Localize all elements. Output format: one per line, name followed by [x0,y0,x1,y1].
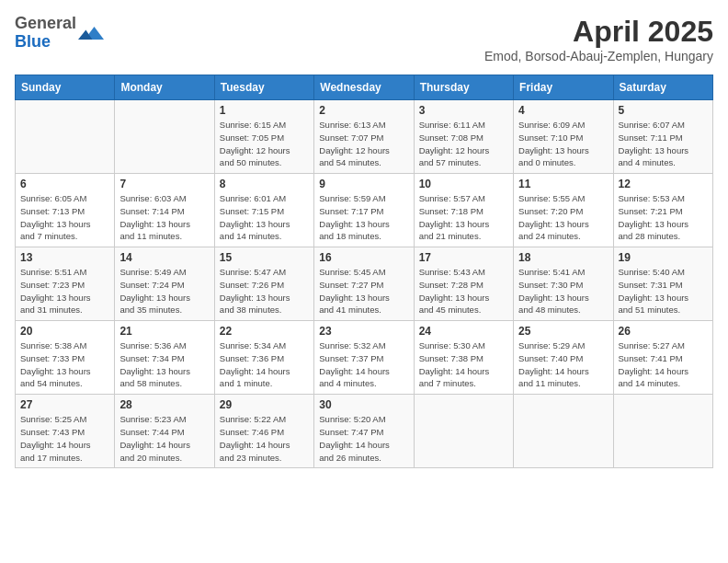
header-sunday: Sunday [16,75,115,100]
day-number: 28 [119,398,209,411]
day-number: 4 [518,104,608,117]
day-info: Sunrise: 5:23 AM Sunset: 7:44 PM Dayligh… [119,413,209,464]
calendar-week-row: 20Sunrise: 5:38 AM Sunset: 7:33 PM Dayli… [16,321,713,395]
day-number: 15 [220,251,309,264]
day-number: 16 [319,251,408,264]
calendar-week-row: 27Sunrise: 5:25 AM Sunset: 7:43 PM Dayli… [16,395,713,468]
calendar-week-row: 1Sunrise: 6:15 AM Sunset: 7:05 PM Daylig… [16,100,713,174]
day-number: 14 [119,251,209,264]
day-number: 6 [20,178,109,190]
location-subtitle: Emod, Borsod-Abauj-Zemplen, Hungary [484,49,713,63]
day-number: 21 [119,325,209,338]
calendar-cell [514,395,613,468]
day-info: Sunrise: 5:49 AM Sunset: 7:24 PM Dayligh… [119,266,209,316]
calendar-cell: 4Sunrise: 6:09 AM Sunset: 7:10 PM Daylig… [514,100,613,174]
day-number: 23 [319,325,408,338]
logo-icon [78,20,104,46]
header-friday: Friday [514,75,613,100]
day-number: 7 [119,178,209,190]
day-info: Sunrise: 5:34 AM Sunset: 7:36 PM Dayligh… [220,339,309,390]
calendar-cell: 7Sunrise: 6:03 AM Sunset: 7:14 PM Daylig… [115,174,214,247]
day-info: Sunrise: 5:36 AM Sunset: 7:34 PM Dayligh… [119,339,209,390]
day-info: Sunrise: 5:45 AM Sunset: 7:27 PM Dayligh… [319,266,408,316]
calendar-cell: 13Sunrise: 5:51 AM Sunset: 7:23 PM Dayli… [16,247,115,321]
day-number: 19 [619,251,708,264]
day-number: 27 [20,398,109,411]
calendar-cell [414,395,513,468]
day-info: Sunrise: 5:57 AM Sunset: 7:18 PM Dayligh… [419,192,508,243]
calendar-cell: 11Sunrise: 5:55 AM Sunset: 7:20 PM Dayli… [514,174,613,247]
calendar-header-row: SundayMondayTuesdayWednesdayThursdayFrid… [16,75,713,100]
day-number: 10 [419,178,508,190]
day-number: 2 [319,104,408,117]
calendar-cell: 14Sunrise: 5:49 AM Sunset: 7:24 PM Dayli… [115,247,214,321]
day-info: Sunrise: 5:47 AM Sunset: 7:26 PM Dayligh… [220,266,309,316]
day-info: Sunrise: 6:13 AM Sunset: 7:07 PM Dayligh… [319,119,408,169]
calendar-cell: 8Sunrise: 6:01 AM Sunset: 7:15 PM Daylig… [214,174,313,247]
calendar-cell: 19Sunrise: 5:40 AM Sunset: 7:31 PM Dayli… [613,247,712,321]
day-number: 22 [220,325,309,338]
header-wednesday: Wednesday [314,75,414,100]
day-number: 24 [419,325,508,338]
logo-blue-text: Blue [15,32,51,51]
day-info: Sunrise: 6:15 AM Sunset: 7:05 PM Dayligh… [220,119,309,169]
day-info: Sunrise: 5:30 AM Sunset: 7:38 PM Dayligh… [419,339,508,390]
logo: General Blue [15,15,104,52]
day-info: Sunrise: 5:51 AM Sunset: 7:23 PM Dayligh… [20,266,109,316]
header-saturday: Saturday [613,75,712,100]
day-info: Sunrise: 6:11 AM Sunset: 7:08 PM Dayligh… [419,119,508,169]
logo-general-text: General [15,14,76,32]
day-info: Sunrise: 5:40 AM Sunset: 7:31 PM Dayligh… [619,266,708,316]
day-info: Sunrise: 6:07 AM Sunset: 7:11 PM Dayligh… [619,119,708,169]
day-number: 18 [518,251,608,264]
day-info: Sunrise: 5:22 AM Sunset: 7:46 PM Dayligh… [220,413,309,464]
day-info: Sunrise: 5:55 AM Sunset: 7:20 PM Dayligh… [518,192,608,243]
calendar-week-row: 13Sunrise: 5:51 AM Sunset: 7:23 PM Dayli… [16,247,713,321]
calendar-table: SundayMondayTuesdayWednesdayThursdayFrid… [15,75,713,468]
calendar-cell: 10Sunrise: 5:57 AM Sunset: 7:18 PM Dayli… [414,174,513,247]
calendar-cell: 5Sunrise: 6:07 AM Sunset: 7:11 PM Daylig… [613,100,712,174]
page-header: General Blue April 2025 Emod, Borsod-Aba… [15,15,713,63]
header-thursday: Thursday [414,75,513,100]
day-info: Sunrise: 6:05 AM Sunset: 7:13 PM Dayligh… [20,192,109,243]
calendar-cell: 16Sunrise: 5:45 AM Sunset: 7:27 PM Dayli… [314,247,414,321]
day-number: 12 [619,178,708,190]
day-info: Sunrise: 6:09 AM Sunset: 7:10 PM Dayligh… [518,119,608,169]
day-number: 9 [319,178,408,190]
day-number: 29 [220,398,309,411]
day-info: Sunrise: 5:38 AM Sunset: 7:33 PM Dayligh… [20,339,109,390]
day-info: Sunrise: 5:27 AM Sunset: 7:41 PM Dayligh… [619,339,708,390]
calendar-cell: 15Sunrise: 5:47 AM Sunset: 7:26 PM Dayli… [214,247,313,321]
day-number: 30 [319,398,408,411]
calendar-week-row: 6Sunrise: 6:05 AM Sunset: 7:13 PM Daylig… [16,174,713,247]
calendar-cell: 29Sunrise: 5:22 AM Sunset: 7:46 PM Dayli… [214,395,313,468]
calendar-cell: 20Sunrise: 5:38 AM Sunset: 7:33 PM Dayli… [16,321,115,395]
day-info: Sunrise: 5:43 AM Sunset: 7:28 PM Dayligh… [419,266,508,316]
calendar-cell: 17Sunrise: 5:43 AM Sunset: 7:28 PM Dayli… [414,247,513,321]
title-block: April 2025 Emod, Borsod-Abauj-Zemplen, H… [484,15,713,63]
day-info: Sunrise: 5:53 AM Sunset: 7:21 PM Dayligh… [619,192,708,243]
calendar-cell: 6Sunrise: 6:05 AM Sunset: 7:13 PM Daylig… [16,174,115,247]
day-info: Sunrise: 5:25 AM Sunset: 7:43 PM Dayligh… [20,413,109,464]
calendar-cell [613,395,712,468]
calendar-cell: 27Sunrise: 5:25 AM Sunset: 7:43 PM Dayli… [16,395,115,468]
calendar-cell: 1Sunrise: 6:15 AM Sunset: 7:05 PM Daylig… [214,100,313,174]
day-info: Sunrise: 5:20 AM Sunset: 7:47 PM Dayligh… [319,413,408,464]
header-monday: Monday [115,75,214,100]
day-number: 3 [419,104,508,117]
calendar-cell: 22Sunrise: 5:34 AM Sunset: 7:36 PM Dayli… [214,321,313,395]
day-number: 17 [419,251,508,264]
day-info: Sunrise: 6:01 AM Sunset: 7:15 PM Dayligh… [220,192,309,243]
calendar-cell: 26Sunrise: 5:27 AM Sunset: 7:41 PM Dayli… [613,321,712,395]
day-number: 8 [220,178,309,190]
calendar-cell: 3Sunrise: 6:11 AM Sunset: 7:08 PM Daylig… [414,100,513,174]
header-tuesday: Tuesday [214,75,313,100]
day-number: 25 [518,325,608,338]
month-title: April 2025 [484,15,713,49]
day-number: 1 [220,104,309,117]
day-info: Sunrise: 6:03 AM Sunset: 7:14 PM Dayligh… [119,192,209,243]
calendar-cell: 30Sunrise: 5:20 AM Sunset: 7:47 PM Dayli… [314,395,414,468]
calendar-cell: 9Sunrise: 5:59 AM Sunset: 7:17 PM Daylig… [314,174,414,247]
calendar-cell: 23Sunrise: 5:32 AM Sunset: 7:37 PM Dayli… [314,321,414,395]
day-number: 26 [619,325,708,338]
